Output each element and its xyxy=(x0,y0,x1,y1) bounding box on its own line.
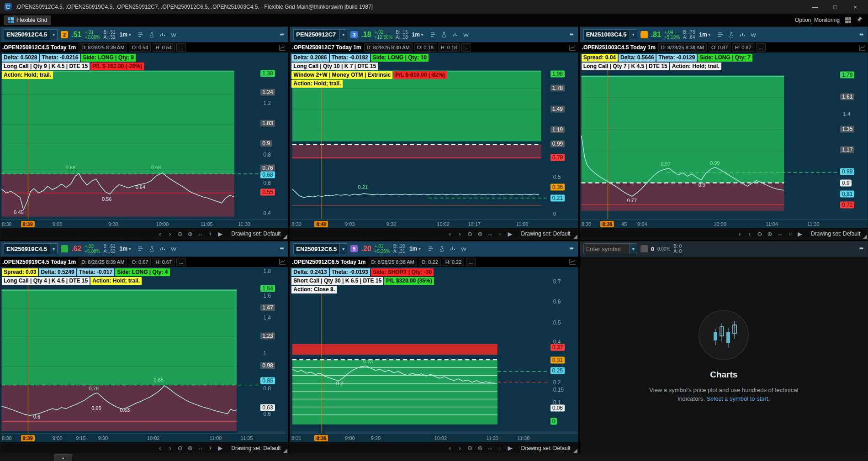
analyze-flask-icon[interactable] xyxy=(728,31,735,38)
timeframe-selector[interactable]: 1m ▾ xyxy=(409,246,421,252)
symbol-input[interactable]: ▾ xyxy=(583,243,637,254)
drawing-set-selector[interactable]: Drawing set: Default xyxy=(231,445,281,451)
zoom-in-icon[interactable]: ⊕ xyxy=(476,230,485,237)
minimize-button[interactable]: — xyxy=(807,4,823,10)
select-symbol-link[interactable]: Select a symbol to start. xyxy=(706,395,770,402)
volume-profile-icon[interactable] xyxy=(138,31,144,38)
chart-area[interactable]: Delta: 0.2413 Theta: -0.0193 Side: SHORT… xyxy=(290,267,577,434)
resize-handle[interactable] xyxy=(573,235,577,239)
pan-right-icon[interactable]: › xyxy=(745,230,754,237)
timeframe-selector[interactable]: 1m ▾ xyxy=(412,31,423,38)
symbol-dropdown-icon[interactable]: ▾ xyxy=(630,244,637,254)
panel-menu-icon[interactable]: ≡ xyxy=(568,31,574,39)
pan-left-icon[interactable]: ‹ xyxy=(445,445,455,451)
link-badge[interactable]: 5 xyxy=(350,245,358,252)
volume-profile-icon[interactable] xyxy=(138,246,144,252)
cursor-icon[interactable]: ▶ xyxy=(216,230,225,237)
chart-area[interactable]: Delta: 0.2086 Theta: -0.0182 Side: LONG … xyxy=(290,52,577,219)
panel-menu-icon[interactable]: ≡ xyxy=(279,31,285,39)
dock-expand-tab[interactable]: ▴ xyxy=(54,454,72,461)
symbol-input[interactable]: ▾ xyxy=(4,243,58,254)
chart-style-icon[interactable] xyxy=(159,31,166,38)
chart-style-icon[interactable] xyxy=(739,31,746,38)
panel-menu-icon[interactable]: ≡ xyxy=(568,245,574,253)
symbol-field[interactable] xyxy=(584,30,630,40)
link-badge[interactable] xyxy=(640,245,648,252)
symbol-input[interactable]: ▾ xyxy=(583,29,637,40)
zoom-out-icon[interactable]: ⊖ xyxy=(175,445,185,451)
volume-profile-icon[interactable] xyxy=(430,31,436,38)
plot-area[interactable]: 0.85 0.78 0.65 0.63 0.6 xyxy=(0,267,259,434)
volume-profile-icon[interactable] xyxy=(717,31,724,38)
symbol-input[interactable]: ▾ xyxy=(293,243,347,254)
resize-handle[interactable] xyxy=(283,235,287,239)
resize-handle[interactable] xyxy=(283,449,287,453)
chart-style-icon[interactable] xyxy=(450,246,456,252)
workspace-name[interactable]: Option_Monitoring xyxy=(795,17,840,23)
pan-left-icon[interactable]: ‹ xyxy=(735,230,744,237)
chart-area[interactable]: Spread: 0.03 Delta: 0.5249 Theta: -0.017… xyxy=(0,267,288,434)
resize-handle[interactable] xyxy=(573,449,577,453)
pan-right-icon[interactable]: › xyxy=(455,230,465,237)
zoom-out-icon[interactable]: ⊖ xyxy=(466,230,475,237)
timeframe-selector[interactable]: 1m ▾ xyxy=(699,31,710,38)
analyze-flask-icon[interactable] xyxy=(148,246,155,252)
zoom-out-icon[interactable]: ⊖ xyxy=(175,230,185,237)
pattern-icon[interactable] xyxy=(463,31,469,38)
analyze-flask-icon[interactable] xyxy=(439,246,445,252)
resize-handle[interactable] xyxy=(863,235,867,239)
crosshair-icon[interactable]: + xyxy=(496,445,505,451)
pan-left-icon[interactable]: ‹ xyxy=(445,230,455,237)
symbol-input[interactable]: ▾ xyxy=(293,29,347,40)
pan-left-icon[interactable]: ‹ xyxy=(155,230,164,237)
link-badge[interactable]: 3 xyxy=(350,31,358,38)
zoom-out-icon[interactable]: ⊖ xyxy=(755,230,764,237)
zoom-in-icon[interactable]: ⊕ xyxy=(476,445,485,451)
zoom-in-icon[interactable]: ⊕ xyxy=(185,230,195,237)
crosshair-icon[interactable]: + xyxy=(785,230,794,237)
timeframe-selector[interactable]: 1m ▾ xyxy=(120,31,131,38)
link-badge[interactable] xyxy=(61,245,68,252)
maximize-button[interactable]: □ xyxy=(827,4,843,10)
pattern-icon[interactable] xyxy=(170,31,177,38)
cursor-icon[interactable]: ▶ xyxy=(795,230,804,237)
pan-right-icon[interactable]: › xyxy=(165,445,175,451)
volume-profile-icon[interactable] xyxy=(428,246,434,252)
drawing-set-selector[interactable]: Drawing set: Default xyxy=(811,230,860,237)
zoom-out-icon[interactable]: ⊖ xyxy=(466,445,475,451)
chart-settings-icon[interactable] xyxy=(569,259,576,265)
timeframe-selector[interactable]: 1m ▾ xyxy=(120,246,131,252)
fit-width-icon[interactable]: ↔ xyxy=(196,445,205,451)
crosshair-icon[interactable]: + xyxy=(496,230,505,237)
fit-width-icon[interactable]: ↔ xyxy=(775,230,784,237)
plot-area[interactable]: 0.97 0.99 0.9 0.77 xyxy=(580,52,839,219)
link-badge[interactable] xyxy=(640,31,648,38)
panel-menu-icon[interactable]: ≡ xyxy=(858,31,864,39)
chart-settings-icon[interactable] xyxy=(569,45,576,51)
symbol-dropdown-icon[interactable]: ▾ xyxy=(50,30,57,40)
fit-width-icon[interactable]: ↔ xyxy=(486,445,495,451)
pattern-icon[interactable] xyxy=(170,246,177,252)
chart-style-icon[interactable] xyxy=(159,246,166,252)
analyze-flask-icon[interactable] xyxy=(441,31,447,38)
chart-settings-icon[interactable] xyxy=(279,45,286,51)
chart-settings-icon[interactable] xyxy=(859,45,866,51)
grid-layout-icon[interactable] xyxy=(845,17,851,23)
zoom-in-icon[interactable]: ⊕ xyxy=(185,445,195,451)
crosshair-icon[interactable]: + xyxy=(206,230,215,237)
symbol-field[interactable] xyxy=(4,244,50,254)
cursor-icon[interactable]: ▶ xyxy=(506,230,515,237)
pan-left-icon[interactable]: ‹ xyxy=(155,445,164,451)
chart-area[interactable]: Delta: 0.5028 Theta: -0.0216 Side: LONG … xyxy=(0,52,288,219)
cursor-icon[interactable]: ▶ xyxy=(216,445,225,451)
symbol-dropdown-icon[interactable]: ▾ xyxy=(339,30,347,40)
drawing-set-selector[interactable]: Drawing set: Default xyxy=(231,230,281,237)
symbol-field[interactable] xyxy=(584,244,630,254)
symbol-dropdown-icon[interactable]: ▾ xyxy=(339,244,347,254)
crosshair-icon[interactable]: + xyxy=(206,445,215,451)
symbol-field[interactable] xyxy=(4,30,50,40)
drawing-set-selector[interactable]: Drawing set: Default xyxy=(521,230,571,237)
pan-right-icon[interactable]: › xyxy=(165,230,175,237)
pan-right-icon[interactable]: › xyxy=(455,445,465,451)
pin-icon[interactable] xyxy=(857,16,863,24)
